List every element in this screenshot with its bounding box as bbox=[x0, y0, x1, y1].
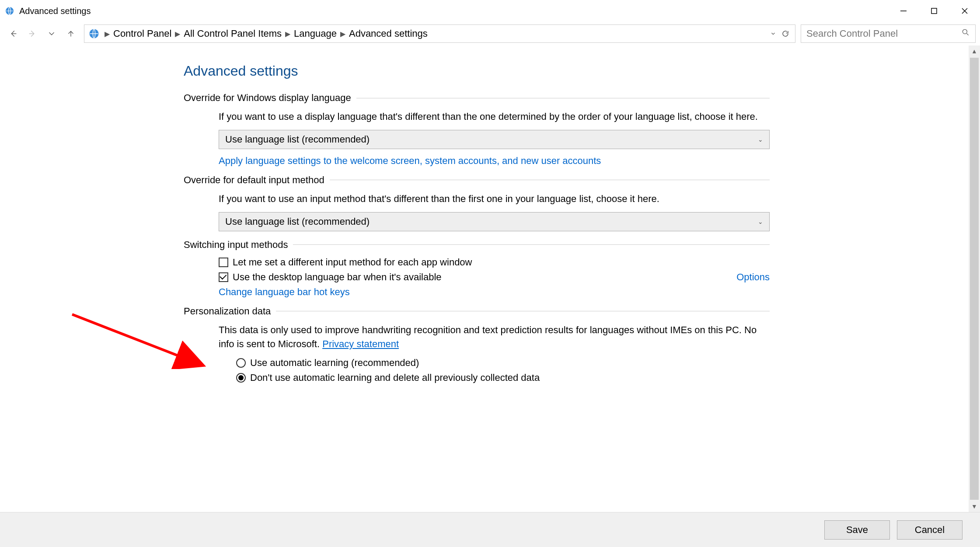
language-path-icon bbox=[88, 28, 100, 40]
radio-icon bbox=[236, 373, 246, 383]
back-button[interactable] bbox=[4, 25, 22, 42]
checkbox-icon bbox=[219, 272, 228, 282]
window-title: Advanced settings bbox=[19, 6, 91, 16]
language-app-icon bbox=[4, 6, 15, 16]
address-bar[interactable]: ▶ Control Panel ▶ All Control Panel Item… bbox=[84, 24, 795, 43]
nav-row: ▶ Control Panel ▶ All Control Panel Item… bbox=[0, 22, 980, 45]
scroll-down-button[interactable]: ▼ bbox=[969, 501, 980, 512]
radio-no-automatic-learning[interactable]: Don't use automatic learning and delete … bbox=[236, 372, 770, 383]
up-button[interactable] bbox=[62, 25, 80, 42]
section-header: Switching input methods bbox=[184, 239, 770, 251]
radio-label: Don't use automatic learning and delete … bbox=[250, 372, 540, 383]
maximize-button[interactable] bbox=[919, 0, 949, 22]
chevron-right-icon[interactable]: ▶ bbox=[284, 30, 291, 38]
chevron-right-icon[interactable]: ▶ bbox=[174, 30, 181, 38]
section-description: This data is only used to improve handwr… bbox=[219, 323, 770, 351]
address-dropdown-button[interactable] bbox=[767, 25, 779, 42]
chevron-right-icon[interactable]: ▶ bbox=[339, 30, 346, 38]
vertical-scrollbar[interactable]: ▲ ▼ bbox=[969, 45, 980, 512]
section-description: If you want to use an input method that'… bbox=[219, 192, 770, 206]
privacy-statement-link[interactable]: Privacy statement bbox=[322, 338, 399, 349]
page-title: Advanced settings bbox=[184, 63, 770, 79]
search-input[interactable]: Search Control Panel bbox=[801, 24, 976, 43]
chevron-down-icon: ⌄ bbox=[758, 218, 763, 225]
input-method-dropdown[interactable]: Use language list (recommended) ⌄ bbox=[219, 212, 770, 231]
display-language-dropdown[interactable]: Use language list (recommended) ⌄ bbox=[219, 130, 770, 149]
section-header: Override for Windows display language bbox=[184, 92, 770, 104]
change-hotkeys-link[interactable]: Change language bar hot keys bbox=[219, 286, 350, 297]
svg-line-7 bbox=[967, 34, 969, 35]
minimize-button[interactable] bbox=[888, 0, 919, 22]
checkbox-label: Let me set a different input method for … bbox=[233, 257, 472, 268]
section-description: If you want to use a display language th… bbox=[219, 110, 770, 124]
options-link[interactable]: Options bbox=[736, 272, 770, 283]
checkbox-icon bbox=[219, 258, 228, 267]
forward-button[interactable] bbox=[24, 25, 41, 42]
checkbox-per-app-input[interactable]: Let me set a different input method for … bbox=[219, 257, 770, 268]
svg-point-6 bbox=[963, 29, 967, 34]
checkbox-desktop-language-bar[interactable]: Use the desktop language bar when it's a… bbox=[219, 272, 770, 283]
titlebar: Advanced settings bbox=[0, 0, 980, 22]
save-button[interactable]: Save bbox=[824, 520, 890, 540]
section-title: Override for default input method bbox=[184, 174, 330, 186]
apply-language-settings-link[interactable]: Apply language settings to the welcome s… bbox=[219, 155, 601, 166]
radio-label: Use automatic learning (recommended) bbox=[250, 357, 419, 369]
section-header: Personalization data bbox=[184, 306, 770, 317]
cancel-button[interactable]: Cancel bbox=[897, 520, 963, 540]
dropdown-value: Use language list (recommended) bbox=[225, 216, 370, 227]
search-icon bbox=[961, 28, 970, 39]
radio-icon bbox=[236, 358, 246, 368]
search-placeholder: Search Control Panel bbox=[806, 28, 961, 39]
section-header: Override for default input method bbox=[184, 174, 770, 186]
recent-dropdown-button[interactable] bbox=[43, 25, 60, 42]
section-title: Switching input methods bbox=[184, 239, 293, 251]
breadcrumb-item[interactable]: Advanced settings bbox=[346, 28, 430, 39]
section-title: Personalization data bbox=[184, 306, 276, 317]
checkbox-label: Use the desktop language bar when it's a… bbox=[233, 272, 442, 283]
breadcrumb-item[interactable]: All Control Panel Items bbox=[181, 28, 284, 39]
refresh-button[interactable] bbox=[779, 25, 792, 42]
scrollbar-thumb[interactable] bbox=[970, 58, 979, 500]
dropdown-value: Use language list (recommended) bbox=[225, 134, 370, 145]
close-button[interactable] bbox=[949, 0, 980, 22]
radio-automatic-learning[interactable]: Use automatic learning (recommended) bbox=[236, 357, 770, 369]
scroll-up-button[interactable]: ▲ bbox=[969, 45, 980, 57]
svg-rect-2 bbox=[931, 8, 937, 14]
section-title: Override for Windows display language bbox=[184, 92, 356, 104]
breadcrumb-item[interactable]: Language bbox=[291, 28, 339, 39]
chevron-right-icon[interactable]: ▶ bbox=[104, 30, 111, 38]
footer-bar: Save Cancel bbox=[0, 512, 980, 547]
chevron-down-icon: ⌄ bbox=[758, 136, 763, 143]
breadcrumb-item[interactable]: Control Panel bbox=[111, 28, 174, 39]
